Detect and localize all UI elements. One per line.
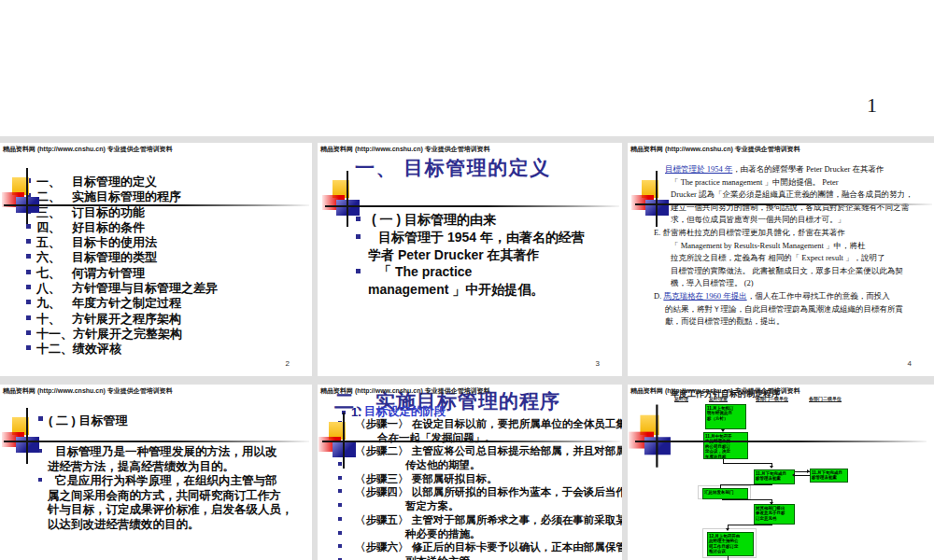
flow-box-distribute[interactable]: 汇总转发各部门	[702, 488, 748, 499]
toc-label: 订目标的功能	[72, 204, 145, 221]
bullet-text: 进经营方法，提高经营绩效为目的。	[48, 459, 234, 475]
toc-item: 四、 好目标的条件	[26, 219, 218, 234]
bullet-icon	[338, 476, 342, 480]
toc-label: 好目标的条件	[72, 219, 145, 236]
toc-label: 何谓方针管理	[72, 265, 145, 282]
text-segment: 求，但每位成員皆應寄與一個共同的目標才可。」	[671, 215, 845, 224]
title-rule	[4, 204, 309, 206]
bullet-line: 针与目标，订定成果评价标准，启发各级人员，	[38, 502, 293, 517]
logo-vertical-line	[347, 171, 348, 227]
toc-label: 目标卡的使用法	[72, 234, 157, 251]
bullet-text: 学者 Peter Drucker 在其著作	[368, 247, 540, 264]
page-number: 2	[286, 359, 290, 368]
bullet-icon	[356, 234, 361, 239]
steps-list: 〈步骤一〉 在设定目标以前，要把所属单位的全体员工集 合在一起「发掘问题」。 〈…	[338, 417, 622, 560]
text-line: 「 Management by Results-Result Managemen…	[654, 241, 913, 254]
bullet-line: 它是应用行为科学原理，在组织内主管与部	[38, 473, 293, 488]
text-segment: ，個人在工作中尋找工作的意義，而投入	[747, 291, 890, 301]
text-line: 「 The practice management 」中開始提倡。 Peter	[654, 177, 913, 190]
step-line: 副本送给主管。	[338, 554, 622, 560]
bullet-text: 以达到改进经营绩效的目的。	[48, 517, 200, 533]
toc-item: 十、 方针展开之程序架构	[26, 311, 218, 326]
toc-item: 十二、 绩效评核	[26, 341, 218, 356]
slide-4-thumbnail[interactable]: 精品资料网 (http://www.cnshu.cn) 专业提供企管培训资料 目…	[628, 143, 934, 376]
toc-item: 十一、 方针展开之完整架构	[26, 326, 218, 341]
bullet-text: 目标管理乃是一种管理发展的方法，用以改	[55, 444, 277, 460]
slide-5-thumbnail[interactable]: 精品资料网 (http://www.cnshu.cn) 专业提供企管培训资料 (…	[0, 385, 312, 560]
text-segment: 目標管理的實際做法。 此書被翻成日文，眾多日本企業便以此為契	[671, 266, 903, 275]
flow-box-gm-meeting[interactable]: 11.月中旬召开 由总经理主持 的公司目标订 定会议，决定 年度总目标	[703, 432, 748, 459]
title-rule	[635, 441, 927, 442]
text-line: 目標管理的實際做法。 此書被翻成日文，眾多日本企業便以此為契	[654, 266, 913, 279]
bullet-text: 目标管理于 1954 年，由著名的经营	[378, 230, 585, 246]
text-line: E. 舒雷將杜拉克的目標管理更加具體化，舒雷在其著作	[654, 228, 913, 241]
text-line: 拉克所說之目標，定義為有 相同的「 Expect result 」，說明了	[654, 253, 913, 266]
toc-number: 六、	[36, 249, 72, 266]
text-line: 的結果，將對Ｙ理論，自此目標管理蔚為風潮達成組織的目標有所貢	[654, 304, 913, 317]
slide-sorter-canvas: 1 精品资料网 (http://www.cnshu.cn) 专业提供企管培训资料…	[0, 0, 934, 560]
template-logo	[1, 412, 44, 462]
flow-box-draft-goal[interactable]: 11.月上旬拟订 明年经营总目 标（方针）	[705, 404, 746, 429]
bullet-list: ( 一 ) 目标管理的由来 目标管理于 1954 年，由著名的经营 学者 Pet…	[356, 212, 585, 300]
slide-6-thumbnail[interactable]: 二、实施目标管理的程序 精品资料网 (http://www.cnshu.cn) …	[318, 385, 622, 560]
slide-2-thumbnail[interactable]: 精品资料网 (http://www.cnshu.cn) 专业提供企管培训资料 一…	[0, 143, 312, 376]
template-logo	[630, 175, 673, 225]
page-number: 1	[867, 93, 877, 118]
link-text[interactable]: 馬克瑞格在 1960 年提出	[663, 291, 746, 301]
text-segment: D.	[654, 291, 663, 301]
bullet-text: ( 一 ) 目标管理的由来	[372, 212, 496, 229]
step-text: 合在一起「发掘问题」。	[377, 431, 496, 445]
link-text[interactable]: 目標管理於 1954 年	[665, 164, 732, 174]
template-logo	[321, 175, 364, 225]
text-segment: E. 舒雷將杜拉克的目標管理更加具體化，舒雷在其著作	[654, 228, 845, 237]
slide-7-thumbnail[interactable]: 年度工作方针目标的制定程序 精品资料网 (http://www.cnshu.cn…	[628, 385, 934, 560]
text-line: 目標管理於 1954 年，由著名的經營學者 Peter Drucker 在其著作	[654, 164, 913, 177]
step-line: 〈步骤三〉 要部属研拟目标。	[338, 472, 622, 486]
text-segment: 「 The practice management 」中開始提倡。 Peter	[671, 177, 839, 187]
step-text: 〈步骤四〉 以部属所研拟的目标作为蓝本，于会谈后当作	[355, 485, 622, 499]
text-segment: 獻，而從目標管理的觀點，提出。	[665, 316, 785, 326]
step-line: 〈步骤六〉 修正后的目标卡要予以确认，正本由部属保管，	[338, 540, 622, 554]
bullet-icon	[338, 489, 342, 493]
toc-label: 绩效评核	[73, 341, 121, 357]
toc-label: 目标管理的类型	[72, 249, 157, 266]
flow-box-review-meeting[interactable]: 12.月上旬召开由 总经理主持的公 司工作目标订定 检讨会议	[707, 532, 754, 556]
bullet-icon	[338, 544, 342, 548]
arrow-down-icon	[770, 502, 773, 505]
bullet-icon	[356, 269, 361, 273]
toc-number: 七、	[36, 265, 72, 282]
bullet-icon	[338, 531, 342, 535]
flow-box-feedback[interactable]: 对其他部门提出 修改意见于目标 订定意见书	[754, 504, 795, 525]
bullet-text: 「 The practice	[378, 264, 472, 281]
arrow-down-icon	[721, 429, 725, 432]
text-segment: 的結果，將對Ｙ理論，自此目標管理蔚為風潮達成組織的目標有所貢	[665, 304, 903, 314]
toc-number: 九、	[36, 295, 72, 312]
bullet-line: 学者 Peter Drucker 在其著作	[356, 247, 585, 265]
arrow-right-icon	[807, 469, 810, 473]
flow-box-table-draft-left[interactable]: 11.月下旬完成目 标管理表初案	[754, 469, 795, 484]
body-text: 目標管理於 1954 年，由著名的經營學者 Peter Drucker 在其著作…	[654, 164, 913, 329]
logo-vertical-line	[26, 408, 28, 464]
section-label: 目标设定的阶段	[364, 404, 446, 420]
step-line: 〈步骤二〉 主管应将公司总目标提示给部属，并且对部属	[338, 444, 622, 458]
step-text: 种必要的措施。	[405, 527, 481, 541]
toc-item: 八、 方针管理与目标管理之差异	[26, 280, 218, 295]
connector-line	[722, 499, 772, 500]
connector-line	[728, 525, 772, 525]
step-text: 传达他的期望。	[405, 458, 481, 472]
slide-1-thumbnail[interactable]: 1	[0, 0, 934, 136]
bullet-line: ( 一 ) 目标管理的由来	[356, 212, 585, 230]
bullet-icon	[26, 330, 31, 335]
step-text: 〈步骤三〉 要部属研拟目标。	[355, 472, 498, 486]
bullet-text: 属之间采用会商的方式，共同研究商订工作方	[48, 488, 281, 504]
watermark-header: 精品资料网 (http://www.cnshu.cn) 专业提供企管培训资料	[3, 145, 173, 154]
slide-3-thumbnail[interactable]: 精品资料网 (http://www.cnshu.cn) 专业提供企管培训资料 一…	[318, 143, 622, 376]
toc-item: 二、 实施目标管理的程序	[26, 189, 218, 203]
watermark-header: 精品资料网 (http://www.cnshu.cn) 专业提供企管培训资料	[3, 386, 173, 396]
bullet-text: management 」中开始提倡。	[368, 282, 544, 299]
toc-number: 十二、	[36, 341, 73, 357]
text-line: 獻，而從目標管理的觀點，提出。	[654, 316, 913, 329]
flow-box-table-draft-right[interactable]: 11.月下旬完成目 标管理表初案	[810, 469, 848, 483]
bullet-line: 以达到改进经营绩效的目的。	[38, 517, 293, 532]
watermark-header: 精品资料网 (http://www.cnshu.cn) 专业提供企管培训资料	[630, 386, 800, 396]
